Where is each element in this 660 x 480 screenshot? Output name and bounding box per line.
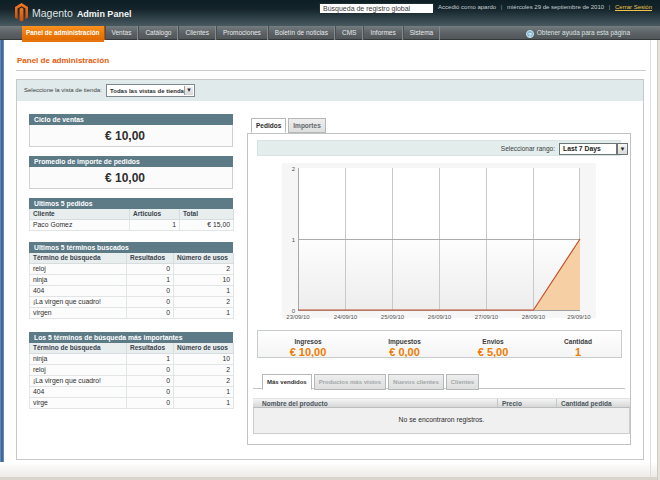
- svg-text:25/09/10: 25/09/10: [381, 314, 405, 320]
- svg-text:28/09/10: 28/09/10: [522, 314, 546, 320]
- svg-text:27/09/10: 27/09/10: [475, 314, 499, 320]
- svg-text:24/09/10: 24/09/10: [334, 314, 358, 320]
- svg-text:26/09/10: 26/09/10: [428, 314, 452, 320]
- svg-text:29/09/10: 29/09/10: [567, 314, 591, 320]
- svg-text:23/09/10: 23/09/10: [286, 314, 310, 320]
